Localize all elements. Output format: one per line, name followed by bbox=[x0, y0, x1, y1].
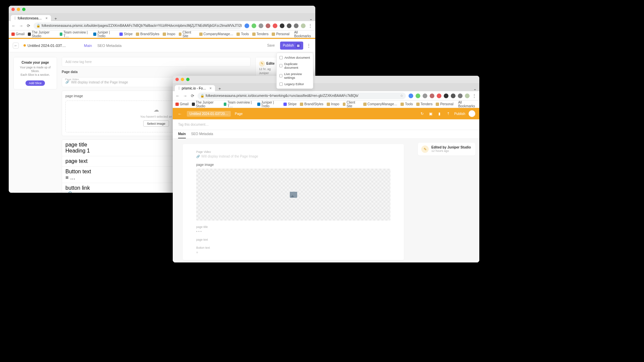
publish-button[interactable]: Publish ▦ bbox=[280, 42, 303, 50]
extension-icon[interactable] bbox=[252, 23, 256, 28]
bookmark-item[interactable]: Stripe bbox=[119, 32, 132, 36]
bookmark-item[interactable]: Team overview | T… bbox=[60, 31, 90, 38]
bookmark-folder[interactable]: Inspo bbox=[327, 102, 339, 106]
address-bar[interactable]: 🔒 folkestoneseasauna.prismic.io/document… bbox=[198, 93, 406, 99]
bookmark-item[interactable]: The Juniper Studio bbox=[28, 31, 56, 38]
bookmark-item[interactable]: Juniper | Trello bbox=[93, 31, 116, 38]
button-text-field[interactable]: Button text ≡ bbox=[196, 246, 390, 254]
extension-icon[interactable] bbox=[423, 94, 427, 98]
back-button[interactable]: ← bbox=[177, 111, 183, 117]
bookmark-item[interactable]: The Juniper Studio bbox=[192, 101, 220, 108]
all-bookmarks-button[interactable]: All Bookmarks bbox=[457, 101, 477, 108]
extension-icon[interactable] bbox=[458, 94, 463, 98]
all-bookmarks-button[interactable]: All Bookmarks bbox=[293, 31, 313, 38]
bookmark-item[interactable]: Stripe bbox=[283, 102, 297, 106]
menu-legacy-editor[interactable]: Legacy Editor bbox=[277, 81, 313, 87]
maximize-window-icon[interactable] bbox=[22, 8, 25, 11]
document-title-chip[interactable]: Untitled 2024-01-03T20… bbox=[187, 111, 231, 117]
browser-tab[interactable]: prismic.io - Folkestone Sea S × bbox=[175, 85, 215, 91]
kebab-menu-icon[interactable]: ⋮ bbox=[472, 94, 477, 98]
add-slice-button[interactable]: Add Slice bbox=[25, 80, 45, 86]
extension-icon[interactable] bbox=[273, 23, 277, 28]
bookmark-folder[interactable]: CompanyManage… bbox=[363, 102, 397, 106]
star-icon[interactable]: ☆ bbox=[400, 94, 403, 98]
page-title-field[interactable]: page title • • • bbox=[196, 225, 390, 233]
new-release-icon[interactable]: ▣ bbox=[428, 111, 433, 116]
back-icon[interactable]: ← bbox=[175, 94, 180, 98]
chevron-down-icon[interactable]: ⌄ bbox=[309, 16, 313, 21]
close-tab-icon[interactable]: × bbox=[210, 86, 212, 90]
unpublish-icon[interactable]: ⇡ bbox=[445, 111, 451, 116]
bookmark-item[interactable]: Team overview | T… bbox=[224, 101, 254, 108]
revision-card[interactable]: ✎ Edited by Juniper Studio 12 hours ago bbox=[418, 143, 475, 156]
extension-icon[interactable] bbox=[280, 23, 284, 28]
menu-archive-document[interactable]: Archive document bbox=[277, 54, 313, 61]
more-actions-button[interactable]: ⋮ bbox=[306, 43, 311, 48]
tag-input[interactable]: Tag this document… bbox=[173, 119, 479, 130]
bookmark-folder[interactable]: Inspo bbox=[163, 32, 175, 36]
extension-icon[interactable] bbox=[294, 23, 299, 28]
close-window-icon[interactable] bbox=[175, 78, 179, 81]
reload-icon[interactable]: ⟳ bbox=[26, 23, 31, 28]
extension-icon[interactable] bbox=[245, 23, 249, 28]
forward-icon[interactable]: → bbox=[183, 94, 187, 98]
extension-icon[interactable] bbox=[266, 23, 270, 28]
tag-input[interactable]: Add new tag here bbox=[62, 57, 251, 67]
history-icon[interactable]: ↻ bbox=[419, 111, 425, 116]
close-window-icon[interactable] bbox=[11, 8, 15, 11]
save-button[interactable]: Save bbox=[264, 42, 277, 49]
address-bar[interactable]: 🔒 folkestoneseasauna.prismic.io/builder/… bbox=[34, 22, 242, 29]
bookmark-folder[interactable]: Brand/Styles bbox=[300, 102, 323, 106]
extension-icon[interactable] bbox=[437, 94, 441, 98]
publish-button[interactable]: Publish bbox=[454, 112, 465, 116]
preview-page-button[interactable]: 👁 Preview the page bbox=[13, 191, 57, 193]
extension-icon[interactable] bbox=[444, 94, 448, 98]
schedule-icon[interactable]: ▦ bbox=[296, 43, 301, 48]
profile-avatar-icon[interactable] bbox=[465, 94, 470, 98]
tab-main[interactable]: Main bbox=[84, 42, 92, 49]
bookmark-folder[interactable]: Tools bbox=[236, 32, 249, 36]
bookmark-item[interactable]: Gmail bbox=[175, 102, 189, 106]
image-placeholder[interactable] bbox=[196, 169, 390, 221]
forward-icon[interactable]: → bbox=[19, 23, 23, 28]
profile-avatar-icon[interactable] bbox=[301, 23, 306, 28]
reload-icon[interactable]: ⟳ bbox=[190, 94, 195, 98]
menu-duplicate-document[interactable]: Duplicate document bbox=[277, 61, 313, 71]
bookmark-folder[interactable]: Brand/Styles bbox=[136, 32, 159, 36]
select-image-button[interactable]: Select image bbox=[143, 120, 169, 127]
extension-icon[interactable] bbox=[259, 23, 263, 28]
bookmark-folder[interactable]: Personal bbox=[436, 102, 453, 106]
extension-icon[interactable] bbox=[409, 94, 413, 98]
minimize-window-icon[interactable] bbox=[181, 78, 184, 81]
extension-icon[interactable] bbox=[430, 94, 434, 98]
extension-icon[interactable] bbox=[416, 94, 420, 98]
back-icon[interactable]: ← bbox=[11, 23, 16, 28]
tab-seo-metadata[interactable]: SEO Metadata bbox=[97, 42, 121, 49]
extension-icon[interactable] bbox=[287, 23, 291, 28]
bookmark-item[interactable]: Juniper | Trello bbox=[257, 101, 280, 108]
bookmark-icon[interactable]: ▮ bbox=[437, 111, 442, 116]
bookmark-folder[interactable]: Client Site bbox=[343, 101, 360, 108]
bookmark-folder[interactable]: Tenders bbox=[252, 32, 269, 36]
bookmark-folder[interactable]: Client Site bbox=[179, 31, 196, 38]
bookmark-folder[interactable]: Personal bbox=[272, 32, 289, 36]
back-button[interactable]: ← bbox=[13, 43, 19, 49]
page-text-field[interactable]: page text bbox=[196, 238, 390, 241]
page-video-field[interactable]: Page Video 🔗Will display instead of the … bbox=[196, 150, 390, 158]
browser-tab[interactable]: folkestoneseasauna - Untitl… × bbox=[11, 15, 51, 21]
bookmark-folder[interactable]: CompanyManage… bbox=[199, 32, 233, 36]
new-tab-button[interactable]: + bbox=[53, 16, 58, 21]
extension-icon[interactable] bbox=[451, 94, 455, 98]
chevron-down-icon[interactable]: ⌄ bbox=[473, 86, 477, 91]
tab-seo-metadata[interactable]: SEO Metadata bbox=[191, 130, 213, 138]
bookmark-folder[interactable]: Tools bbox=[400, 102, 413, 106]
menu-live-preview-settings[interactable]: Live preview settings bbox=[277, 71, 313, 81]
minimize-window-icon[interactable] bbox=[17, 8, 20, 11]
new-tab-button[interactable]: + bbox=[217, 86, 222, 91]
bookmark-item[interactable]: Gmail bbox=[11, 32, 24, 36]
bookmark-folder[interactable]: Tenders bbox=[416, 102, 433, 106]
maximize-window-icon[interactable] bbox=[186, 78, 190, 81]
close-tab-icon[interactable]: × bbox=[46, 16, 48, 20]
user-avatar[interactable] bbox=[469, 110, 475, 117]
kebab-menu-icon[interactable]: ⋮ bbox=[308, 23, 313, 28]
